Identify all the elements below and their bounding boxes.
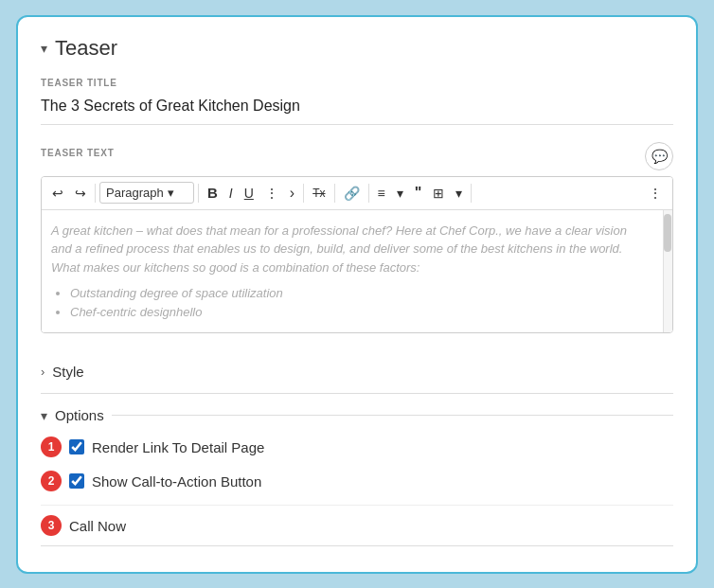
more-inline2-button[interactable]: ›	[285, 181, 299, 205]
teaser-text-label: TEASER TEXT	[41, 148, 115, 158]
undo-button[interactable]: ↩	[47, 182, 68, 205]
editor-paragraph: A great kitchen – what does that mean fo…	[51, 222, 648, 277]
editor-text: A great kitchen – what does that mean fo…	[51, 222, 663, 322]
badge-3: 3	[41, 515, 62, 536]
editor-content[interactable]: A great kitchen – what does that mean fo…	[42, 210, 672, 333]
underline-button[interactable]: U	[240, 182, 259, 205]
editor-bullet-item-2: Chef-centric designhello	[70, 303, 648, 322]
teaser-text-header: TEASER TEXT 💬	[41, 142, 673, 170]
toolbar-separator-2	[198, 184, 199, 203]
align-button[interactable]: ≡	[373, 182, 390, 205]
chevron-down-icon: ▾	[168, 186, 174, 200]
paragraph-select[interactable]: Paragraph ▾	[99, 182, 194, 204]
editor-toolbar: ↩ ↪ Paragraph ▾ B I U ⋮ › Tx 🔗 ≡	[42, 177, 672, 210]
teaser-title-label: TEASER TITLE	[41, 78, 673, 88]
teaser-card: ▾ Teaser TEASER TITLE The 3 Secrets of G…	[16, 15, 698, 574]
option-row-1: 1 Render Link To Detail Page	[41, 437, 673, 457]
toolbar-separator-5	[368, 184, 369, 203]
table-arrow-button[interactable]: ▾	[451, 182, 467, 205]
style-section-title: Style	[52, 364, 83, 380]
bold-button[interactable]: B	[203, 181, 223, 205]
editor-content-wrapper[interactable]: A great kitchen – what does that mean fo…	[42, 210, 672, 333]
options-chevron-icon[interactable]: ▾	[41, 408, 47, 423]
editor-bullet-list: Outstanding degree of space utilization …	[51, 284, 648, 321]
chevron-right-icon: ›	[41, 365, 45, 379]
options-section: ▾ Options 1 Render Link To Detail Page 2…	[41, 394, 673, 546]
options-rows: 1 Render Link To Detail Page 2 Show Call…	[41, 437, 673, 546]
toolbar-separator-6	[471, 184, 472, 203]
comment-icon-button[interactable]: 💬	[645, 142, 673, 170]
show-cta-checkbox[interactable]	[69, 473, 84, 489]
render-link-checkbox[interactable]	[69, 439, 84, 454]
call-now-row: 3 Call Now	[41, 505, 673, 546]
rich-text-editor[interactable]: ↩ ↪ Paragraph ▾ B I U ⋮ › Tx 🔗 ≡	[41, 176, 673, 334]
paragraph-label: Paragraph	[106, 186, 164, 200]
editor-scrollbar[interactable]	[663, 210, 672, 333]
option-row-2: 2 Show Call-to-Action Button	[41, 471, 673, 491]
overflow-button[interactable]: ⋮	[644, 182, 667, 205]
teaser-text-section: TEASER TEXT 💬 ↩ ↪ Paragraph ▾ B I U ⋮ ›	[41, 142, 673, 334]
badge-2: 2	[41, 471, 62, 491]
clear-format-button[interactable]: Tx	[308, 183, 330, 204]
quote-button[interactable]: "	[410, 181, 427, 205]
teaser-title-value: The 3 Secrets of Great Kitchen Design	[41, 94, 673, 125]
style-section-header[interactable]: › Style	[41, 350, 673, 394]
toolbar-separator-4	[334, 184, 335, 203]
more-inline-button[interactable]: ⋮	[260, 182, 283, 205]
render-link-label: Render Link To Detail Page	[92, 439, 264, 455]
toolbar-separator-1	[95, 184, 96, 203]
italic-button[interactable]: I	[224, 182, 238, 205]
editor-scrollbar-thumb[interactable]	[664, 214, 671, 252]
badge-1: 1	[41, 437, 62, 457]
toolbar-separator-3	[303, 184, 304, 203]
chevron-down-icon[interactable]: ▾	[41, 41, 47, 56]
teaser-section-header[interactable]: ▾ Teaser	[41, 36, 673, 61]
align-arrow-button[interactable]: ▾	[392, 182, 408, 205]
table-button[interactable]: ⊞	[428, 182, 449, 205]
redo-button[interactable]: ↪	[70, 182, 91, 205]
editor-bullet-item-1: Outstanding degree of space utilization	[70, 284, 648, 303]
call-now-value: Call Now	[69, 518, 126, 534]
options-divider	[112, 415, 673, 416]
teaser-section-title: Teaser	[55, 36, 117, 61]
options-header[interactable]: ▾ Options	[41, 407, 673, 423]
show-cta-label: Show Call-to-Action Button	[92, 473, 261, 490]
options-title: Options	[55, 407, 104, 423]
link-button[interactable]: 🔗	[339, 182, 365, 205]
